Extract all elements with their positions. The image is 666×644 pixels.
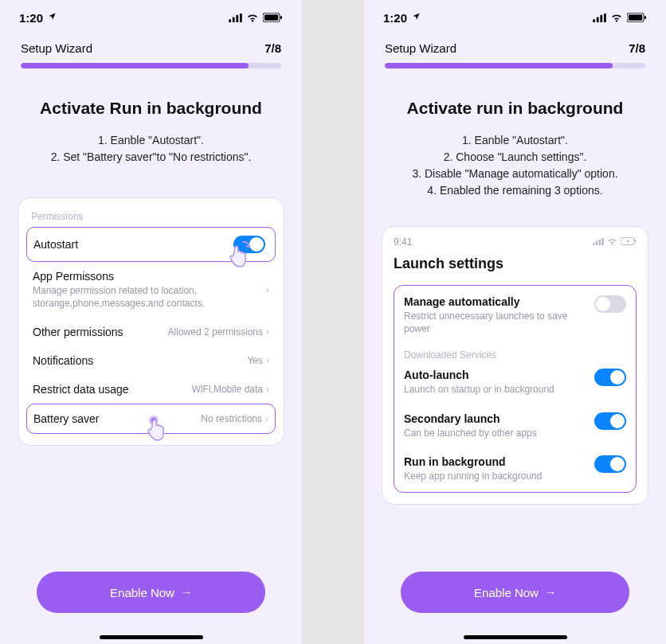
- manage-auto-label: Manage automatically: [404, 295, 588, 308]
- tap-hand-icon: [143, 412, 166, 435]
- manage-auto-block: Manage automatically Restrict unnecessar…: [394, 285, 637, 493]
- svg-rect-14: [629, 14, 642, 21]
- battery-saver-value: No restrictions: [201, 413, 262, 424]
- svg-rect-6: [280, 16, 282, 19]
- launch-settings-title: Launch settings: [394, 256, 637, 272]
- location-icon: [412, 12, 421, 23]
- chevron-right-icon: ›: [266, 284, 269, 295]
- wifi-icon: [607, 236, 617, 248]
- inner-status-bar: 9:41: [394, 235, 637, 256]
- location-icon: [48, 12, 57, 23]
- svg-rect-5: [264, 14, 278, 21]
- secondary-launch-sub: Can be launched by other apps: [404, 427, 588, 439]
- progress-bar: [21, 63, 281, 68]
- permissions-card: Permissions Autostart App Permissons: [18, 197, 284, 446]
- battery-icon: [627, 13, 647, 22]
- instruction-item: 4. Enabled the remaining 3 options.: [382, 182, 648, 199]
- enable-now-button[interactable]: Enable Now →: [401, 572, 629, 613]
- svg-rect-18: [599, 240, 601, 246]
- secondary-launch-label: Secondary launch: [404, 412, 588, 425]
- phone-screen-right: 1:20 Setup Wizard 7/8 Activate run in ba…: [364, 0, 666, 644]
- chevron-right-icon: ›: [266, 326, 269, 338]
- home-indicator: [464, 635, 567, 639]
- header-row: Setup Wizard 7/8: [0, 35, 302, 63]
- autostart-toggle[interactable]: [233, 236, 265, 253]
- inner-time: 9:41: [394, 236, 412, 248]
- manage-auto-toggle[interactable]: [594, 295, 626, 313]
- home-indicator: [100, 635, 203, 639]
- content-area: Activate Run in background 1. Eanble "Au…: [0, 68, 302, 635]
- status-bar: 1:20: [364, 0, 666, 35]
- status-time-text: 1:20: [19, 11, 43, 25]
- instruction-item: 3. Disable "Manage automatically" option…: [382, 166, 648, 182]
- content-area: Activate run in background 1. Eanble "Au…: [364, 68, 666, 635]
- svg-rect-17: [596, 241, 597, 245]
- svg-rect-9: [593, 19, 595, 22]
- svg-point-7: [149, 416, 159, 425]
- step-indicator: 7/8: [264, 41, 281, 55]
- auto-launch-label: Auto-launch: [404, 369, 588, 381]
- chevron-right-icon: ›: [266, 384, 269, 395]
- other-permissions-label: Other permissions: [33, 326, 123, 338]
- svg-rect-15: [644, 16, 646, 19]
- notifications-value: Yes: [247, 355, 263, 366]
- battery-saver-label: Battery saver: [33, 412, 99, 425]
- other-permissions-row[interactable]: Other permissions Allowed 2 permissions …: [26, 318, 276, 346]
- header-row: Setup Wizard 7/8: [364, 35, 666, 63]
- progress-fill: [21, 63, 249, 68]
- svg-rect-1: [233, 17, 235, 21]
- other-permissions-value: Allowed 2 permissions: [168, 326, 263, 338]
- status-bar: 1:20: [0, 0, 302, 35]
- header-label: Setup Wizard: [385, 41, 456, 55]
- svg-rect-21: [635, 240, 637, 242]
- manage-auto-sub: Restrict unnecessary launches to save po…: [404, 310, 588, 335]
- run-background-label: Run in background: [404, 455, 588, 468]
- app-permissions-row[interactable]: App Permissons Manage permission related…: [26, 262, 276, 318]
- run-background-toggle[interactable]: [594, 455, 626, 473]
- notifications-row[interactable]: Notifications Yes ›: [26, 346, 276, 375]
- arrow-right-icon: →: [545, 586, 556, 599]
- battery-icon: [621, 236, 637, 248]
- page-title: Activate run in background: [382, 99, 648, 118]
- arrow-right-icon: →: [181, 586, 192, 599]
- wifi-icon: [246, 14, 259, 22]
- cta-label: Enable Now: [474, 586, 539, 599]
- instruction-item: 2. Set "Battery saver"to "No restriction…: [18, 149, 284, 166]
- page-title: Activate Run in background: [18, 99, 284, 118]
- secondary-launch-toggle[interactable]: [594, 412, 626, 430]
- downloaded-services-label: Downloaded Services: [404, 343, 626, 361]
- wifi-icon: [610, 14, 623, 22]
- phone-screen-left: 1:20 Setup Wizard 7/8 Activate Run in ba…: [0, 0, 302, 644]
- cta-label: Enable Now: [110, 586, 174, 599]
- battery-saver-row[interactable]: Battery saver No restrictions ›: [26, 404, 276, 434]
- svg-rect-12: [604, 14, 606, 22]
- svg-rect-16: [593, 243, 594, 245]
- chevron-right-icon: ›: [265, 413, 268, 424]
- cellular-icon: [593, 14, 606, 22]
- instruction-item: 1. Eanble "Autostart".: [382, 132, 648, 149]
- instruction-list: 1. Eanble "Autostart". 2. Set "Battery s…: [18, 132, 284, 166]
- section-label: Permissions: [26, 209, 276, 227]
- app-permissions-sub: Manage permission related to location, s…: [33, 284, 260, 310]
- svg-rect-0: [229, 19, 231, 22]
- run-background-sub: Keep app running in background: [404, 470, 588, 482]
- enable-now-button[interactable]: Enable Now →: [37, 572, 265, 613]
- status-time: 1:20: [383, 11, 421, 25]
- step-indicator: 7/8: [629, 41, 645, 55]
- auto-launch-toggle[interactable]: [594, 369, 626, 386]
- svg-rect-2: [236, 14, 238, 21]
- svg-rect-11: [600, 14, 602, 21]
- battery-icon: [263, 13, 283, 22]
- instruction-item: 1. Eanble "Autostart".: [18, 132, 284, 149]
- status-time: 1:20: [19, 11, 57, 25]
- restrict-data-value: WiFi,Mobile data: [192, 384, 263, 395]
- svg-rect-19: [602, 238, 604, 245]
- autostart-row[interactable]: Autostart: [26, 227, 276, 262]
- header-label: Setup Wizard: [21, 41, 92, 55]
- notifications-label: Notifications: [33, 354, 93, 367]
- status-time-text: 1:20: [383, 11, 407, 25]
- restrict-data-row[interactable]: Restrict data usage WiFi,Mobile data ›: [26, 375, 276, 404]
- launch-settings-card: 9:41 Launch settings Man: [382, 226, 648, 505]
- restrict-data-label: Restrict data usage: [33, 383, 129, 396]
- autostart-label: Autostart: [33, 238, 78, 251]
